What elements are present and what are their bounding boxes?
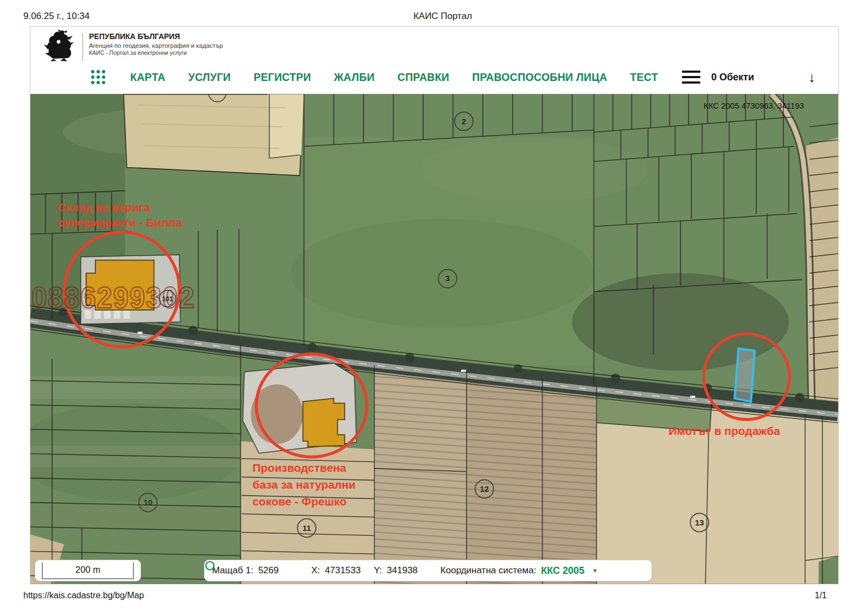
crs-dropdown-caret-icon[interactable]: ▼ <box>592 567 598 574</box>
annotation-billa-line1: Склад на верига <box>58 201 150 213</box>
menu-hamburger-icon[interactable] <box>682 71 700 84</box>
objects-count[interactable]: 0 Обекти <box>711 72 754 83</box>
nav-item-karta[interactable]: КАРТА <box>130 71 165 84</box>
download-arrow-icon[interactable]: ↓ <box>808 70 815 84</box>
nav-item-zhalbi[interactable]: ЖАЛБИ <box>334 71 374 84</box>
map-canvas[interactable]: 0886299302 2 3 101 10 11 12 <box>30 94 838 584</box>
scale-value: 5269 <box>258 565 279 576</box>
org-agency: Агенция по геодезия, картография и кадас… <box>89 42 223 49</box>
annotation-billa-line2: супермаркети - Билла <box>58 216 182 229</box>
y-value: 341938 <box>387 565 418 576</box>
annotation-freshko-line2: база за натурални <box>252 478 355 491</box>
portal-frame: РЕПУБЛИКА БЪЛГАРИЯ Агенция по геодезия, … <box>30 26 839 584</box>
crs-select[interactable]: ККС 2005 <box>541 565 584 577</box>
parcel-label-12: 12 <box>480 484 489 493</box>
lion-coat-of-arms-logo <box>42 30 77 61</box>
parcel-label-11: 11 <box>302 523 311 533</box>
nav-item-registri[interactable]: РЕГИСТРИ <box>253 71 311 84</box>
footer-page-indicator: 1/1 <box>815 591 827 600</box>
main-nav: КАРТА УСЛУГИ РЕГИСТРИ ЖАЛБИ СПРАВКИ ПРАВ… <box>91 62 829 92</box>
x-label: X: <box>311 565 320 576</box>
kais-portal-page: { "print_header": { "datetime": "9.06.25… <box>0 0 868 614</box>
nav-item-spravki[interactable]: СПРАВКИ <box>398 71 450 84</box>
parcel-label-2: 2 <box>462 117 466 126</box>
print-title: КАИС Портал <box>413 11 472 22</box>
parcel-label-3: 3 <box>445 274 450 283</box>
site-header: РЕПУБЛИКА БЪЛГАРИЯ Агенция по геодезия, … <box>30 27 838 94</box>
apps-grid-icon[interactable] <box>91 70 105 84</box>
field-vineyard-rows <box>374 364 596 584</box>
scale-bar: 200 m <box>35 560 141 581</box>
map-status-bar: Мащаб 1: 5269 X: 4731533 Y: 341938 Коорд… <box>204 560 652 581</box>
org-portal: КАИС - Портал за електронни услуги <box>89 49 223 56</box>
crs-label: Координатна система: <box>441 565 537 576</box>
org-block: РЕПУБЛИКА БЪЛГАРИЯ Агенция по геодезия, … <box>89 32 223 56</box>
header-divider <box>82 33 83 61</box>
org-name: РЕПУБЛИКА БЪЛГАРИЯ <box>89 32 223 42</box>
annotation-freshko-line1: Производствена <box>252 461 346 474</box>
annotation-sale: Имотът в продажба <box>668 425 780 437</box>
cadastre-map[interactable]: 0886299302 2 3 101 10 11 12 <box>30 94 838 584</box>
search-icon <box>205 560 218 573</box>
scale-bar-label: 200 m <box>42 562 134 579</box>
annotation-freshko-line3: сокове - Фрешко <box>252 495 346 508</box>
print-datetime: 9.06.25 г., 10:34 <box>23 11 90 22</box>
parcel-for-sale-highlight[interactable] <box>735 349 755 402</box>
y-label: Y: <box>374 565 382 576</box>
parcel-label-13: 13 <box>695 518 704 527</box>
nav-item-uslugi[interactable]: УСЛУГИ <box>188 71 231 84</box>
footer-url: https://kais.cadastre.bg/bg/Map <box>23 591 144 600</box>
parcel-label-101: 101 <box>162 295 173 303</box>
parcel-label-10: 10 <box>143 498 152 507</box>
nav-item-pravosposobni-litsa[interactable]: ПРАВОСПОСОБНИ ЛИЦА <box>472 71 607 84</box>
nav-item-test[interactable]: ТЕСТ <box>630 71 658 84</box>
scale-label: Мащаб 1: <box>212 565 253 576</box>
map-corner-reference: ККС 2005 4730963, 341193 <box>704 101 804 110</box>
x-value: 4731533 <box>325 565 361 576</box>
